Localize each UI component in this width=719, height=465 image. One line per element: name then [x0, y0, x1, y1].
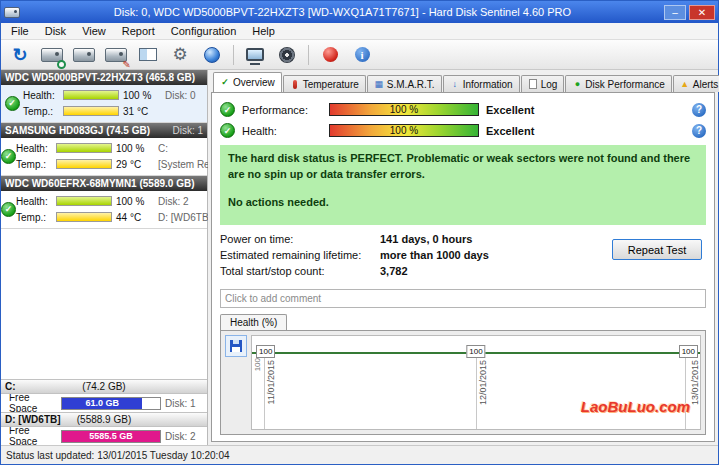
health-ok-icon [1, 149, 16, 164]
statusbar: Status last updated: 13/01/2015 Tuesday … [1, 445, 718, 464]
health-value: 100 % [123, 90, 161, 101]
temp-bar [56, 159, 112, 169]
health-ok-icon [5, 96, 20, 111]
disk-header: WDC WD60EFRX-68MYMN1 (5589.0 GB) [1, 176, 207, 191]
write-report-button[interactable] [101, 42, 131, 68]
disk-entry-2[interactable]: WDC WD60EFRX-68MYMN1 (5589.0 GB) Health:… [1, 176, 207, 229]
toolbar [1, 40, 718, 70]
info-button[interactable] [347, 42, 377, 68]
menu-help[interactable]: Help [244, 24, 283, 38]
stat-value: 141 days, 0 hours [380, 233, 472, 249]
chart-tab-health[interactable]: Health (%) [220, 314, 287, 330]
disk-header: SAMSUNG HD083GJ (74.5 GB) Disk: 1 [1, 123, 207, 138]
titlebar[interactable]: Disk: 0, WDC WD5000BPVT-22HXZT3 [WD-WXQ1… [1, 1, 718, 23]
status-text: The hard disk status is PERFECT. Problem… [228, 151, 698, 183]
hard-disk-button[interactable] [69, 42, 99, 68]
help-icon[interactable] [692, 124, 706, 138]
performance-row: Performance: 100 % Excellent [220, 99, 706, 120]
repeat-test-button[interactable]: Repeat Test [612, 239, 702, 260]
main-area: Overview Temperature S.M.A.R.T. Informat… [208, 70, 718, 445]
disk-name: WDC WD60EFRX-68MYMN1 (5589.0 GB) [5, 178, 194, 189]
menu-report[interactable]: Report [114, 24, 163, 38]
disk-entry-1[interactable]: SAMSUNG HD083GJ (74.5 GB) Disk: 1 Health… [1, 123, 207, 176]
disk-entry-0[interactable]: WDC WD5000BPVT-22HXZT3 (465.8 GB) Health… [1, 70, 207, 123]
health-value: 100 % [116, 143, 154, 154]
window-body: WDC WD5000BPVT-22HXZT3 (465.8 GB) Health… [1, 70, 718, 445]
menu-view[interactable]: View [74, 24, 114, 38]
save-icon [230, 340, 242, 352]
menu-disk[interactable]: Disk [37, 24, 74, 38]
tab-temperature[interactable]: Temperature [283, 75, 366, 92]
disk-index-label: Disk: 1 [165, 398, 203, 409]
menu-file[interactable]: File [3, 24, 37, 38]
online-button[interactable] [197, 42, 227, 68]
info-icon [355, 47, 370, 62]
disk-index-label: Disk: 0 [165, 90, 204, 101]
close-button[interactable]: ✕ [689, 5, 715, 20]
performance-bar: 100 % [329, 103, 479, 116]
help-icon[interactable] [692, 103, 706, 117]
performance-rating: Excellent [486, 104, 534, 116]
green-dot-icon [572, 79, 582, 89]
disk-name: SAMSUNG HD083GJ (74.5 GB) [5, 125, 150, 136]
health-rating: Excellent [486, 125, 534, 137]
tab-smart[interactable]: S.M.A.R.T. [367, 75, 442, 92]
stats-block: Power on time: 141 days, 0 hours Estimat… [220, 233, 706, 281]
stat-value: 3,782 [380, 265, 408, 281]
minimize-button[interactable]: – [664, 5, 686, 20]
status-action: No actions needed. [228, 195, 698, 211]
health-bar [63, 90, 119, 100]
toolbar-separator [233, 45, 234, 65]
partition-entry-d[interactable]: D: [WD6TB] (5588.9 GB) Free Space 5585.5… [1, 412, 207, 445]
ok-icon [220, 102, 235, 117]
save-chart-button[interactable] [225, 335, 247, 357]
health-ok-icon [1, 202, 16, 217]
magnifier-icon [57, 60, 66, 69]
stop-button[interactable] [315, 42, 345, 68]
ok-icon [220, 123, 235, 138]
disc-button[interactable] [272, 42, 302, 68]
tab-alerts[interactable]: Alerts [673, 75, 719, 92]
menu-configuration[interactable]: Configuration [163, 24, 244, 38]
temp-label: Temp.: [23, 106, 59, 117]
comment-input[interactable] [220, 289, 706, 308]
tab-log[interactable]: Log [521, 75, 565, 92]
y-axis-tick: 100 [253, 358, 262, 371]
health-row: Health: 100 % Excellent [220, 120, 706, 141]
tab-overview[interactable]: Overview [213, 72, 282, 92]
stat-label: Power on time: [220, 233, 380, 249]
detect-disks-button[interactable] [37, 42, 67, 68]
gridline [264, 352, 265, 429]
tab-information[interactable]: Information [443, 75, 520, 92]
app-window: Disk: 0, WDC WD5000BPVT-22HXZT3 [WD-WXQ1… [0, 0, 719, 465]
panels-icon [139, 48, 157, 61]
hard-disk-icon [73, 48, 95, 62]
partition-size: (5588.9 GB) [77, 414, 131, 425]
check-icon [220, 78, 230, 88]
gear-icon [172, 46, 187, 63]
health-label: Health: [16, 196, 52, 207]
gridline [476, 352, 477, 429]
temp-value: 44 °C [116, 212, 154, 223]
disk-status-message: The hard disk status is PERFECT. Problem… [220, 145, 706, 225]
partition-entry-c[interactable]: C: (74.2 GB) Free Space 61.0 GB Disk: 1 [1, 379, 207, 412]
x-axis-date: 12/01/2015 [478, 360, 488, 405]
settings-button[interactable] [165, 42, 195, 68]
point-label: 100 [679, 345, 698, 358]
refresh-button[interactable] [5, 42, 35, 68]
performance-label: Performance: [242, 104, 322, 116]
stat-label: Total start/stop count: [220, 265, 380, 281]
free-space-bar: 61.0 GB [61, 397, 161, 410]
temp-value: 29 °C [116, 159, 154, 170]
volume-label: D: [WD6TB] [158, 212, 211, 223]
temp-label: Temp.: [16, 159, 52, 170]
free-space-fill: 5585.5 GB [62, 431, 160, 442]
health-chart: 100 100 100 100 11/01/2015 12/01/2015 13… [251, 335, 701, 430]
stat-value: more than 1000 days [380, 249, 489, 265]
panels-button[interactable] [133, 42, 163, 68]
tab-disk-performance[interactable]: Disk Performance [565, 75, 671, 92]
health-value: 100 % [116, 196, 154, 207]
alert-icon [680, 79, 690, 89]
monitor-button[interactable] [240, 42, 270, 68]
partition-header: C: (74.2 GB) [1, 379, 207, 394]
